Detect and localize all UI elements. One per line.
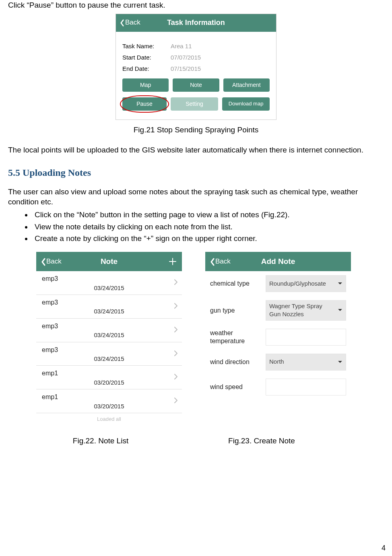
- chevron-right-icon: [174, 349, 178, 359]
- note-date: 03/24/2015: [42, 307, 176, 315]
- chevron-down-icon: [338, 309, 342, 312]
- chemical-type-select[interactable]: Roundup/Glyphosate: [266, 275, 346, 292]
- kv-row: Start Date: 07/07/2015: [122, 54, 270, 62]
- section-heading: 5.5 Uploading Notes: [8, 166, 384, 179]
- field-label: chemical type: [210, 280, 262, 287]
- note-list: emp3 03/24/2015 emp3 03/24/2015 emp3 03/…: [36, 271, 182, 427]
- form-row-winddir: wind direction North: [205, 350, 351, 375]
- bullet-item: Create a note by clicking on the “+” sig…: [32, 233, 384, 244]
- note-name: emp1: [42, 393, 176, 402]
- back-button[interactable]: Back: [120, 18, 140, 27]
- note-name: emp3: [42, 346, 176, 354]
- note-name: emp3: [42, 322, 176, 331]
- fig22-caption: Fig.22. Note List: [8, 436, 177, 446]
- chevron-right-icon: [174, 325, 178, 336]
- kv-label: End Date:: [122, 65, 171, 73]
- field-value: North: [269, 358, 284, 366]
- list-item[interactable]: emp1 03/20/2015: [36, 366, 182, 389]
- fig22-23-captions: Fig.22. Note List Fig.23. Create Note: [8, 436, 384, 446]
- bullet-item: View the note details by clicking on eac…: [32, 222, 384, 232]
- back-button[interactable]: Back: [210, 257, 231, 266]
- add-note-button[interactable]: [168, 257, 177, 266]
- chevron-left-icon: [210, 258, 215, 265]
- note-date: 03/20/2015: [42, 379, 176, 387]
- chevron-down-icon: [338, 360, 342, 364]
- fig22-header: Back Note: [36, 252, 182, 271]
- kv-value: 07/15/2015: [171, 65, 201, 73]
- list-item[interactable]: emp1 03/20/2015: [36, 389, 182, 413]
- back-button[interactable]: Back: [41, 257, 62, 266]
- list-item[interactable]: emp3 03/24/2015: [36, 271, 182, 295]
- back-label: Back: [125, 18, 140, 27]
- loaded-all-text: Loaded all: [36, 413, 182, 427]
- field-value: Roundup/Glyphosate: [269, 280, 326, 288]
- chevron-left-icon: [41, 258, 45, 265]
- fig22-phone: Back Note emp3 03/24/2015 emp3 03/24/201…: [36, 252, 182, 427]
- button-row-1: Map Note Attachment: [122, 78, 270, 92]
- fig23-header: Back Add Note: [205, 252, 351, 271]
- pause-button[interactable]: Pause: [122, 97, 167, 111]
- list-item[interactable]: emp3 03/24/2015: [36, 319, 182, 342]
- chevron-right-icon: [174, 278, 178, 288]
- page-number: 4: [382, 543, 386, 553]
- kv-label: Start Date:: [122, 54, 171, 62]
- back-label: Back: [215, 257, 231, 266]
- weather-temperature-input[interactable]: [266, 329, 346, 346]
- fig23-caption: Fig.23. Create Note: [177, 436, 346, 446]
- attachment-button[interactable]: Attachment: [223, 78, 270, 92]
- field-label: gun type: [210, 307, 262, 314]
- download-map-button[interactable]: Download map: [222, 97, 270, 111]
- fig23-phone: Back Add Note chemical type Roundup/Glyp…: [205, 252, 351, 427]
- note-name: emp1: [42, 369, 176, 378]
- fig21-body: Task Name: Area 11 Start Date: 07/07/201…: [116, 32, 276, 120]
- chevron-right-icon: [174, 373, 178, 383]
- chevron-right-icon: [174, 396, 178, 406]
- field-label: wind direction: [210, 358, 262, 366]
- kv-value: Area 11: [171, 42, 192, 50]
- gun-type-select[interactable]: Wagner Type Spray Gun Nozzles: [266, 300, 346, 321]
- fig21-phone: Back Task Information Task Name: Area 11…: [116, 14, 276, 120]
- kv-label: Task Name:: [122, 42, 171, 50]
- note-date: 03/24/2015: [42, 284, 176, 292]
- chevron-right-icon: [174, 301, 178, 312]
- form-row-weather: weather temperature: [205, 325, 351, 350]
- form-row-gun: gun type Wagner Type Spray Gun Nozzles: [205, 296, 351, 325]
- kv-value: 07/07/2015: [171, 54, 201, 62]
- section-paragraph: The user can also view and upload some n…: [8, 187, 384, 207]
- chevron-down-icon: [338, 282, 342, 285]
- note-date: 03/24/2015: [42, 331, 176, 339]
- note-name: emp3: [42, 274, 176, 283]
- wind-speed-input[interactable]: [266, 379, 346, 395]
- note-button[interactable]: Note: [173, 78, 219, 92]
- setting-button[interactable]: Setting: [171, 97, 218, 111]
- note-date: 03/24/2015: [42, 355, 176, 363]
- map-button[interactable]: Map: [122, 78, 169, 92]
- bullet-list: Click on the “Note” button in the settin…: [8, 210, 384, 244]
- field-label: wind speed: [210, 383, 262, 391]
- chevron-left-icon: [120, 19, 124, 27]
- field-label: weather temperature: [210, 329, 262, 344]
- kv-row: Task Name: Area 11: [122, 42, 270, 50]
- fig21-header: Back Task Information: [116, 14, 276, 32]
- fig21-caption: Fig.21 Stop Sending Spraying Points: [8, 125, 384, 135]
- note-date: 03/20/2015: [42, 402, 176, 410]
- field-value: Wagner Type Spray Gun Nozzles: [269, 302, 334, 319]
- kv-row: End Date: 07/15/2015: [122, 65, 270, 73]
- note-name: emp3: [42, 298, 176, 307]
- form-row-windspd: wind speed: [205, 375, 351, 399]
- back-label: Back: [46, 257, 62, 266]
- intro-text: Click “Pause” button to pause the curren…: [8, 0, 384, 10]
- button-row-2: Pause Setting Download map: [122, 97, 270, 111]
- form-row-chemical: chemical type Roundup/Glyphosate: [205, 271, 351, 296]
- list-item[interactable]: emp3 03/24/2015: [36, 295, 182, 319]
- pause-highlight: Pause: [122, 97, 167, 111]
- bullet-item: Click on the “Note” button in the settin…: [32, 210, 384, 220]
- figures-row: Back Note emp3 03/24/2015 emp3 03/24/201…: [36, 252, 384, 427]
- list-item[interactable]: emp3 03/24/2015: [36, 342, 182, 366]
- wind-direction-select[interactable]: North: [266, 354, 346, 371]
- after-fig21-text: The local points will be uploaded to the…: [8, 145, 384, 155]
